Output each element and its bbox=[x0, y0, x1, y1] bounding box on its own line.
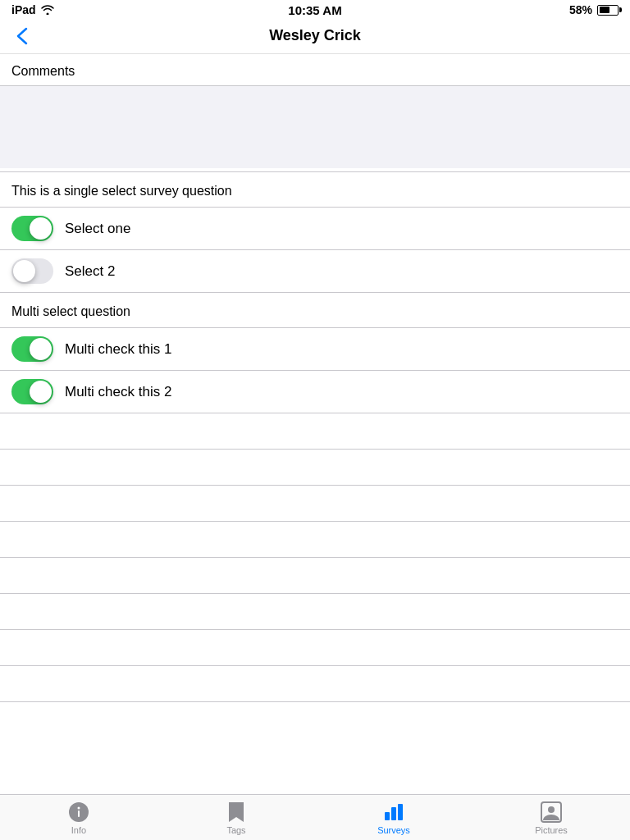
empty-row-2 bbox=[0, 450, 630, 486]
single-select-label-2: Select 2 bbox=[65, 263, 115, 280]
toggle-slider-2 bbox=[11, 258, 53, 284]
single-select-question: This is a single select survey question bbox=[0, 172, 630, 207]
info-circle-icon bbox=[67, 801, 90, 824]
single-select-toggle-2[interactable] bbox=[11, 258, 53, 284]
person-image-icon bbox=[540, 801, 563, 824]
tab-surveys[interactable]: Surveys bbox=[315, 795, 472, 837]
single-select-row-2[interactable]: Select 2 bbox=[0, 250, 630, 293]
status-left: iPad bbox=[11, 3, 54, 16]
tab-bar: Info Tags Surveys bbox=[0, 794, 630, 840]
comments-input[interactable] bbox=[0, 86, 630, 168]
tab-info[interactable]: Info bbox=[0, 795, 158, 837]
multi-select-row-1[interactable]: Multi check this 1 bbox=[0, 328, 630, 371]
tab-pictures[interactable]: Pictures bbox=[472, 795, 630, 837]
toggle-slider-m1 bbox=[11, 336, 53, 362]
multi-select-row-2[interactable]: Multi check this 2 bbox=[0, 371, 630, 413]
multi-select-section: Multi select question Multi check this 1… bbox=[0, 293, 630, 413]
bar-chart-icon bbox=[382, 801, 405, 824]
empty-row-5 bbox=[0, 558, 630, 594]
multi-select-label-2: Multi check this 2 bbox=[65, 384, 171, 400]
multi-select-question: Multi select question bbox=[0, 293, 630, 327]
main-content: Comments This is a single select survey … bbox=[0, 54, 630, 794]
single-select-label-1: Select one bbox=[65, 221, 130, 237]
battery-icon bbox=[597, 5, 619, 16]
wifi-icon bbox=[41, 5, 54, 15]
tab-tags-label: Tags bbox=[226, 825, 245, 835]
multi-select-toggle-2[interactable] bbox=[11, 379, 53, 404]
battery-fill bbox=[600, 7, 609, 13]
single-select-toggle-1[interactable] bbox=[11, 216, 53, 241]
tab-pictures-label: Pictures bbox=[535, 825, 568, 835]
svg-rect-3 bbox=[385, 812, 390, 820]
multi-select-label-1: Multi check this 1 bbox=[65, 341, 171, 358]
tab-tags[interactable]: Tags bbox=[158, 795, 315, 837]
comments-section: Comments bbox=[0, 54, 630, 172]
nav-bar: Wesley Crick bbox=[0, 18, 630, 54]
empty-row-4 bbox=[0, 522, 630, 558]
status-right: 58% bbox=[569, 3, 619, 16]
bookmark-icon bbox=[225, 801, 248, 824]
svg-rect-4 bbox=[391, 807, 396, 820]
empty-row-8 bbox=[0, 666, 630, 702]
single-select-row-1[interactable]: Select one bbox=[0, 208, 630, 250]
toggle-slider-m2 bbox=[11, 379, 53, 404]
tab-info-label: Info bbox=[71, 825, 86, 835]
battery-percent: 58% bbox=[569, 3, 592, 16]
single-select-section: This is a single select survey question … bbox=[0, 172, 630, 293]
carrier-label: iPad bbox=[11, 3, 36, 16]
svg-point-2 bbox=[78, 806, 80, 809]
empty-row-3 bbox=[0, 486, 630, 522]
back-button[interactable] bbox=[11, 27, 33, 45]
multi-select-toggle-1[interactable] bbox=[11, 336, 53, 362]
status-bar: iPad 10:35 AM 58% bbox=[0, 0, 630, 18]
empty-row-7 bbox=[0, 630, 630, 666]
toggle-slider-1 bbox=[11, 216, 53, 241]
svg-rect-1 bbox=[78, 810, 80, 817]
svg-rect-5 bbox=[398, 804, 403, 820]
tab-surveys-label: Surveys bbox=[377, 825, 410, 835]
status-time: 10:35 AM bbox=[288, 3, 341, 17]
comments-label: Comments bbox=[0, 54, 630, 85]
empty-row-1 bbox=[0, 413, 630, 450]
page-title: Wesley Crick bbox=[269, 27, 361, 44]
svg-point-8 bbox=[548, 806, 555, 813]
empty-lines-section bbox=[0, 413, 630, 702]
empty-row-6 bbox=[0, 594, 630, 630]
